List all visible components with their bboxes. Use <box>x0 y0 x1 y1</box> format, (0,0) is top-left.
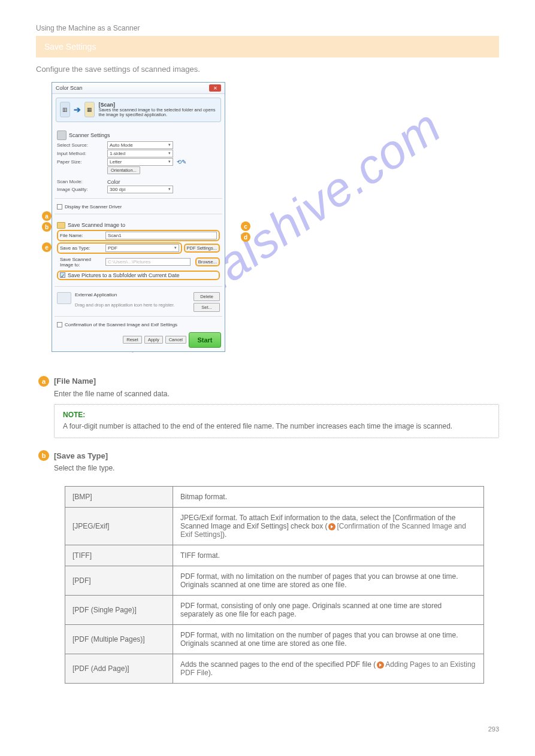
confirm-label: Confirmation of the Scanned Image and Ex… <box>65 322 177 327</box>
scanner-settings-header: Scanner Settings <box>57 130 220 140</box>
callout-a-body: Enter the file name of scanned data. <box>54 389 499 399</box>
note-block: NOTE: A four-digit number is attached to… <box>54 404 499 438</box>
display-driver-checkbox[interactable]: Display the Scanner Driver <box>57 204 220 210</box>
callout-b: b [Save as Type] Select the file type. <box>38 450 499 473</box>
filetype-desc: JPEG/Exif format. To attach Exif informa… <box>173 507 484 545</box>
table-row: [TIFF]TIFF format. <box>65 545 484 566</box>
arrow-icon: ➔ <box>74 105 81 114</box>
folder-icon: ▦ <box>84 102 95 117</box>
image-quality-dropdown[interactable]: 300 dpi <box>107 186 173 193</box>
callout-a: a [File Name] Enter the file name of sca… <box>38 376 499 439</box>
input-method-value: 1-sided <box>110 151 125 156</box>
paper-size-value: Letter <box>110 159 122 165</box>
saveas-value: PDF <box>108 245 117 251</box>
filetype-desc: PDF format, consisting of only one page.… <box>173 595 484 624</box>
section-subheading: Configure the save settings of scanned i… <box>36 65 499 74</box>
hero-desc: Saves the scanned image to the selected … <box>98 108 217 118</box>
checkbox-icon <box>57 204 62 210</box>
apply-button[interactable]: Apply <box>144 336 163 344</box>
filetype-name: [JPEG/Exif] <box>65 507 173 545</box>
saveas-dropdown[interactable]: PDF <box>105 244 179 252</box>
pdf-settings-button[interactable]: PDF Settings... <box>184 244 220 253</box>
table-row: [JPEG/Exif]JPEG/Exif format. To attach E… <box>65 507 484 545</box>
filetype-desc: TIFF format. <box>173 545 484 566</box>
marker-b: b <box>42 222 52 232</box>
color-scan-dialog: Color Scan ✕ ▥ ➔ ▦ [Scan] Saves the scan… <box>52 82 225 352</box>
input-method-label: Input Method: <box>57 151 104 156</box>
filetype-name: [TIFF] <box>65 545 173 566</box>
drag-hint: Drag and drop an application icon here t… <box>75 302 190 308</box>
filename-row: File Name: Scan1 <box>57 230 220 241</box>
marker-d: d <box>241 232 250 242</box>
display-driver-label: Display the Scanner Driver <box>65 204 122 210</box>
table-row: [PDF]PDF format, with no limitation on t… <box>65 566 484 595</box>
hero-text: [Scan] Saves the scanned image to the se… <box>98 102 217 118</box>
filename-input[interactable]: Scan1 <box>105 232 217 239</box>
arrow-link-icon <box>328 523 335 530</box>
saveto-path: C:\Users\...\Pictures <box>105 258 191 266</box>
reset-button[interactable]: Reset <box>123 336 142 344</box>
saveas-row: Save as Type: PDF <box>57 242 182 254</box>
hero-banner: ▥ ➔ ▦ [Scan] Saves the scanned image to … <box>56 98 221 122</box>
saveto-label: Save Scanned Image to: <box>60 257 103 268</box>
browse-button[interactable]: Browse... <box>195 257 220 266</box>
select-source-value: Auto Mode <box>110 142 133 148</box>
page-content: Using the Machine as a Scanner Save Sett… <box>0 0 535 708</box>
folder-icon <box>57 222 65 229</box>
set-button[interactable]: Set... <box>194 303 220 312</box>
orientation-button[interactable]: Orientation... <box>107 166 140 174</box>
filetype-desc: Bitmap format. <box>173 486 484 507</box>
checkbox-on-icon: ✓ <box>60 272 65 278</box>
filetype-desc: PDF format, with no limitation on the nu… <box>173 624 484 654</box>
filetype-name: [PDF (Single Page)] <box>65 595 173 624</box>
scanner-settings-label: Scanner Settings <box>69 132 110 138</box>
bubble-a-icon: a <box>38 376 49 387</box>
scan-mode-label: Scan Mode: <box>57 179 104 184</box>
note-label: NOTE: <box>63 411 490 419</box>
dialog-title: Color Scan <box>56 85 83 91</box>
page-number: 293 <box>0 708 535 745</box>
rotate-icon[interactable]: ⟲✎ <box>177 159 186 165</box>
checkbox-icon <box>57 322 62 327</box>
save-section-label: Save Scanned Image to <box>68 222 125 228</box>
cancel-button[interactable]: Cancel <box>165 336 186 344</box>
dialog-footer: Reset Apply Cancel Start <box>52 329 225 351</box>
callout-b-title: [Save as Type] <box>54 451 108 460</box>
filetype-desc: PDF format, with no limitation on the nu… <box>173 566 484 595</box>
saveas-label: Save as Type: <box>60 245 103 251</box>
delete-button[interactable]: Delete <box>194 292 220 301</box>
dialog-titlebar: Color Scan ✕ <box>52 83 225 94</box>
filetype-name: [PDF (Multiple Pages)] <box>65 624 173 654</box>
external-app-label: External Application <box>75 292 190 297</box>
table-row: [PDF (Add Page)]Adds the scanned pages t… <box>65 654 484 683</box>
marker-e: e <box>42 242 52 252</box>
start-button[interactable]: Start <box>189 332 221 348</box>
subfolder-label: Save Pictures to a Subfolder with Curren… <box>68 272 180 278</box>
callout-a-title: [File Name] <box>54 377 96 385</box>
confirm-checkbox[interactable]: Confirmation of the Scanned Image and Ex… <box>57 322 220 327</box>
image-quality-label: Image Quality: <box>57 187 104 192</box>
section-banner: Save Settings <box>36 36 499 57</box>
select-source-label: Select Source: <box>57 142 104 148</box>
filetype-name: [PDF] <box>65 566 173 595</box>
topic-path: Using the Machine as a Scanner <box>36 24 499 32</box>
filename-label: File Name: <box>60 233 103 238</box>
banner-title: Save Settings <box>44 42 96 51</box>
scanner-icon: ▥ <box>60 102 70 117</box>
close-icon[interactable]: ✕ <box>209 84 221 92</box>
dialog-wrap: a b e Color Scan ✕ ▥ ➔ ▦ [Scan] Saves th… <box>52 82 237 352</box>
paper-size-label: Paper Size: <box>57 159 104 165</box>
select-source-dropdown[interactable]: Auto Mode <box>107 141 173 149</box>
image-quality-value: 300 dpi <box>110 187 125 192</box>
scan-mode-value: Color <box>107 179 120 185</box>
bubble-b-icon: b <box>38 450 49 461</box>
saveto-row: Save Scanned Image to: C:\Users\...\Pict… <box>57 255 194 269</box>
subfolder-row[interactable]: ✓ Save Pictures to a Subfolder with Curr… <box>57 271 220 280</box>
filetype-desc: Adds the scanned pages to the end of the… <box>173 654 484 683</box>
table-row: [PDF (Multiple Pages)]PDF format, with n… <box>65 624 484 654</box>
marker-a: a <box>42 211 52 221</box>
app-icon <box>57 292 71 304</box>
input-method-dropdown[interactable]: 1-sided <box>107 150 173 157</box>
paper-size-dropdown[interactable]: Letter <box>107 158 173 166</box>
table-row: [PDF (Single Page)]PDF format, consistin… <box>65 595 484 624</box>
